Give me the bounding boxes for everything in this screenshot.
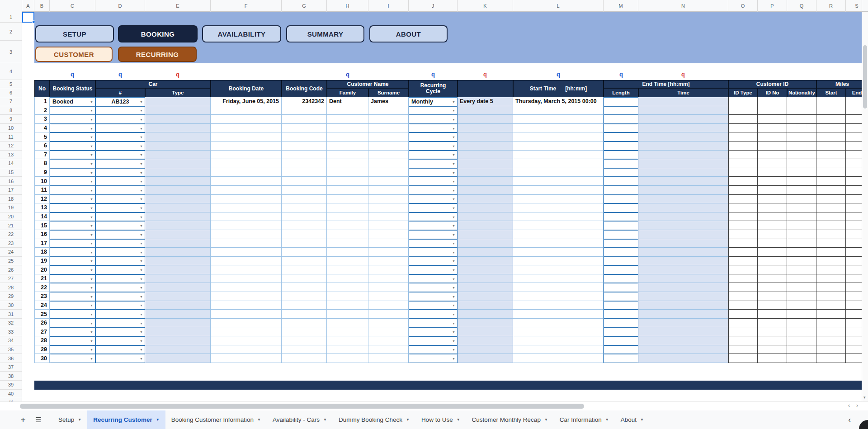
cell-nationality[interactable] [787, 124, 816, 133]
cell-surname[interactable] [368, 336, 409, 345]
cell-car-type[interactable] [145, 203, 211, 212]
cell-booking-code[interactable] [282, 115, 327, 124]
cell-surname[interactable] [368, 221, 409, 230]
cell-booking-code[interactable] [282, 151, 327, 160]
dropdown-arrow-icon[interactable]: ▼ [452, 153, 455, 156]
cell-no[interactable]: 21 [34, 274, 50, 283]
cell-id-type[interactable] [728, 283, 758, 292]
dropdown-arrow-icon[interactable]: ▼ [90, 171, 93, 174]
cell-end-length[interactable] [604, 230, 638, 239]
booking-button[interactable]: BOOKING [118, 25, 198, 42]
row-header-32[interactable]: 32 [0, 319, 22, 328]
chevron-down-icon[interactable]: ▼ [156, 418, 160, 422]
cell-id-no[interactable] [758, 212, 787, 222]
cell-car-type[interactable] [145, 186, 211, 195]
cell-family[interactable] [327, 265, 368, 274]
cell-miles-start[interactable] [816, 177, 846, 186]
cell-id-no[interactable] [758, 177, 787, 186]
cell-no[interactable]: 10 [34, 177, 50, 186]
row-header-19[interactable]: 19 [0, 203, 22, 212]
cell-nationality[interactable] [787, 319, 816, 328]
cell-end-length[interactable] [604, 97, 638, 106]
cell-recurring-detail[interactable] [458, 115, 513, 124]
dropdown-arrow-icon[interactable]: ▼ [90, 198, 93, 201]
cell-miles-start[interactable] [816, 319, 846, 328]
cell-nationality[interactable] [787, 301, 816, 310]
cell-id-no[interactable] [758, 151, 787, 160]
dropdown-arrow-icon[interactable]: ▼ [452, 100, 455, 103]
cell-surname[interactable] [368, 186, 409, 195]
cell-family[interactable] [327, 212, 368, 222]
cell-id-no[interactable] [758, 97, 787, 106]
cell-car-type[interactable] [145, 115, 211, 124]
cell-booking-code[interactable] [282, 203, 327, 212]
cell-booking-date[interactable] [211, 177, 282, 186]
cell-surname[interactable] [368, 159, 409, 168]
cell-booking-status[interactable]: ▼ [50, 212, 95, 222]
cell-end-length[interactable] [604, 195, 638, 204]
cell-family[interactable] [327, 283, 368, 292]
dropdown-arrow-icon[interactable]: ▼ [452, 286, 455, 289]
cell-surname[interactable] [368, 283, 409, 292]
cell-recurring-detail[interactable] [458, 159, 513, 168]
cell-family[interactable] [327, 141, 368, 151]
cell-id-no[interactable] [758, 274, 787, 283]
dropdown-arrow-icon[interactable]: ▼ [140, 321, 143, 325]
cell-no[interactable]: 17 [34, 239, 50, 248]
cell-no[interactable]: 14 [34, 212, 50, 222]
cell-booking-code[interactable] [282, 319, 327, 328]
dropdown-arrow-icon[interactable]: ▼ [452, 330, 455, 334]
cell-booking-code[interactable] [282, 257, 327, 266]
cell-end-time[interactable] [638, 319, 728, 328]
cell-start-time[interactable] [513, 345, 604, 354]
cell-id-type[interactable] [728, 230, 758, 239]
cell-car-type[interactable] [145, 283, 211, 292]
dropdown-arrow-icon[interactable]: ▼ [452, 162, 455, 165]
cell-surname[interactable] [368, 345, 409, 354]
cell-booking-code[interactable] [282, 159, 327, 168]
row-header-5[interactable]: 5 [0, 80, 22, 88]
cell-id-no[interactable] [758, 141, 787, 151]
column-header-i[interactable]: I [368, 0, 409, 12]
cell-booking-status[interactable]: ▼ [50, 106, 95, 115]
cell-id-type[interactable] [728, 336, 758, 345]
cell-id-type[interactable] [728, 124, 758, 133]
cell-end-length[interactable] [604, 327, 638, 336]
cell-booking-status[interactable]: ▼ [50, 310, 95, 319]
column-header-r[interactable]: R [816, 0, 846, 12]
cell-recurring-cycle[interactable]: ▼ [409, 248, 458, 257]
dropdown-arrow-icon[interactable]: ▼ [140, 118, 143, 121]
cell-miles-start[interactable] [816, 212, 846, 222]
cell-id-no[interactable] [758, 354, 787, 363]
cell-family[interactable] [327, 230, 368, 239]
column-header-b[interactable]: B [34, 0, 50, 12]
cell-family[interactable] [327, 354, 368, 363]
dropdown-arrow-icon[interactable]: ▼ [452, 313, 455, 316]
cell-recurring-detail[interactable] [458, 319, 513, 328]
cell-no[interactable]: 24 [34, 301, 50, 310]
dropdown-arrow-icon[interactable]: ▼ [452, 277, 455, 280]
cell-booking-status[interactable]: Booked▼ [50, 97, 95, 106]
cell-booking-date[interactable] [211, 106, 282, 115]
dropdown-arrow-icon[interactable]: ▼ [90, 233, 93, 236]
cell-booking-status[interactable]: ▼ [50, 159, 95, 168]
dropdown-arrow-icon[interactable]: ▼ [90, 348, 93, 351]
cell-family[interactable] [327, 115, 368, 124]
cell-car-no[interactable]: ▼ [95, 159, 145, 168]
cell-start-time[interactable] [513, 327, 604, 336]
cell-booking-status[interactable]: ▼ [50, 274, 95, 283]
cell-miles-start[interactable] [816, 345, 846, 354]
cell-family[interactable] [327, 257, 368, 266]
column-header-n[interactable]: N [638, 0, 728, 12]
cell-car-no[interactable]: ▼ [95, 327, 145, 336]
cell-end-time[interactable] [638, 274, 728, 283]
filter-marker-k[interactable]: q [483, 71, 487, 78]
cell-surname[interactable] [368, 248, 409, 257]
cell-booking-status[interactable]: ▼ [50, 292, 95, 301]
cell-recurring-detail[interactable]: Every date 5 [458, 97, 513, 106]
cell-no[interactable]: 7 [34, 151, 50, 160]
chevron-down-icon[interactable]: ▼ [457, 418, 460, 422]
cell-end-time[interactable] [638, 310, 728, 319]
cell-booking-code[interactable] [282, 327, 327, 336]
cell-family[interactable] [327, 336, 368, 345]
